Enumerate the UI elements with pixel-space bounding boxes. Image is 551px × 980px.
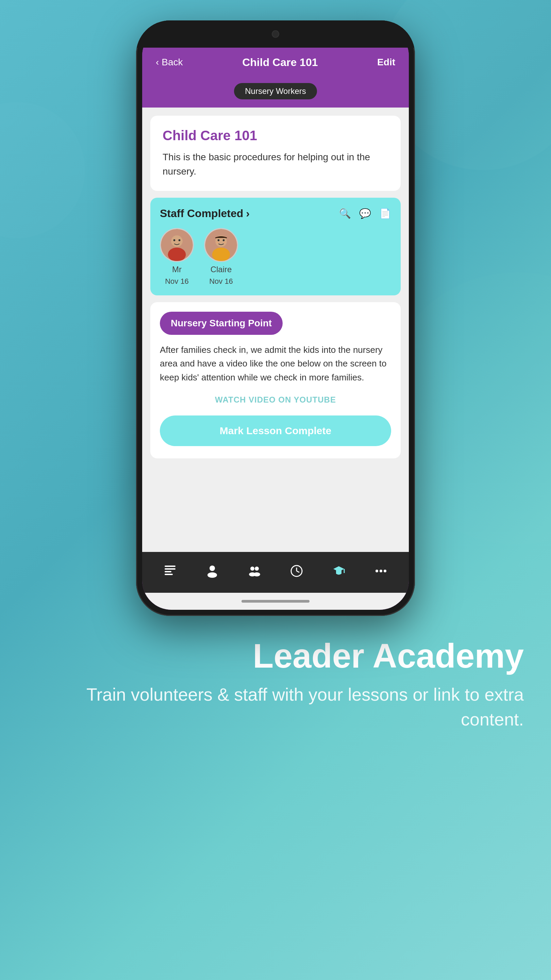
home-indicator xyxy=(142,593,409,610)
svg-point-4 xyxy=(179,239,181,241)
back-label: Back xyxy=(162,57,183,68)
svg-point-28 xyxy=(380,570,382,572)
staff-claire-name: Claire xyxy=(211,265,232,274)
phone-notch xyxy=(136,21,415,48)
staff-chevron-icon: › xyxy=(246,207,250,220)
clock-icon xyxy=(290,564,303,581)
svg-point-21 xyxy=(253,572,260,576)
leader-academy-title: Leader Academy xyxy=(27,636,524,675)
mark-lesson-complete-button[interactable]: Mark Lesson Complete xyxy=(160,415,391,446)
svg-point-29 xyxy=(384,570,386,572)
svg-point-7 xyxy=(212,248,230,262)
nav-item-person[interactable] xyxy=(198,561,226,584)
staff-member-mr: Mr Nov 16 xyxy=(160,228,194,286)
svg-point-2 xyxy=(168,248,186,262)
staff-member-claire: Claire Nov 16 xyxy=(204,228,238,286)
svg-point-18 xyxy=(250,566,254,571)
back-chevron-icon: ‹ xyxy=(156,57,159,68)
back-button[interactable]: ‹ Back xyxy=(156,57,183,68)
search-icon[interactable]: 🔍 xyxy=(339,208,351,219)
nav-item-people[interactable] xyxy=(241,561,268,584)
svg-line-24 xyxy=(297,571,299,572)
staff-avatars: Mr Nov 16 xyxy=(160,228,391,286)
avatar-mr xyxy=(160,228,194,262)
staff-completed-label: Staff Completed xyxy=(160,207,243,220)
staff-claire-date: Nov 16 xyxy=(209,277,233,286)
nursery-workers-tag: Nursery Workers xyxy=(234,83,317,99)
nav-item-more[interactable] xyxy=(367,561,395,584)
staff-action-icons: 🔍 💬 📄 xyxy=(339,208,391,219)
bottom-section: Leader Academy Train volunteers & staff … xyxy=(0,616,551,752)
staff-completed-card[interactable]: Staff Completed › 🔍 💬 📄 xyxy=(150,198,401,295)
camera-dot xyxy=(272,30,279,38)
phone-outer-shell: 8:22 ▾▴ ▌▌ ▮ ‹ Back Child Care 101 Edit xyxy=(136,21,415,616)
svg-point-20 xyxy=(255,566,259,571)
youtube-link[interactable]: WATCH VIDEO ON YOUTUBE xyxy=(160,395,391,404)
person-icon xyxy=(205,564,219,581)
lesson-tag: Nursery Starting Point xyxy=(160,312,283,335)
svg-point-8 xyxy=(218,239,220,241)
more-icon xyxy=(374,564,388,581)
comment-icon[interactable]: 💬 xyxy=(359,208,371,219)
leader-academy-subtitle: Train volunteers & staff with your lesso… xyxy=(27,682,524,732)
people-icon xyxy=(248,564,261,581)
phone-device: 8:22 ▾▴ ▌▌ ▮ ‹ Back Child Care 101 Edit xyxy=(136,21,415,616)
info-card: Child Care 101 This is the basic procedu… xyxy=(150,116,401,191)
bottom-navigation xyxy=(142,552,409,593)
nav-item-news[interactable] xyxy=(156,561,184,584)
svg-rect-13 xyxy=(165,568,176,570)
home-bar xyxy=(241,600,310,603)
staff-title[interactable]: Staff Completed › xyxy=(160,207,250,220)
svg-point-16 xyxy=(210,566,215,571)
document-icon[interactable]: 📄 xyxy=(379,208,391,219)
staff-header: Staff Completed › 🔍 💬 📄 xyxy=(160,207,391,220)
tag-row: Nursery Workers xyxy=(142,78,409,108)
lesson-body: After families check in, we admit the ki… xyxy=(160,343,391,384)
lesson-card: Nursery Starting Point After families ch… xyxy=(150,302,401,458)
info-card-title: Child Care 101 xyxy=(163,128,388,143)
top-navigation: ‹ Back Child Care 101 Edit xyxy=(142,47,409,78)
svg-rect-15 xyxy=(165,574,173,575)
svg-point-11 xyxy=(224,242,226,243)
info-card-body: This is the basic procedures for helping… xyxy=(163,150,388,179)
svg-rect-12 xyxy=(165,566,176,567)
nav-item-clock[interactable] xyxy=(283,561,310,584)
staff-mr-date: Nov 16 xyxy=(165,277,189,286)
news-icon xyxy=(163,564,177,581)
nav-title: Child Care 101 xyxy=(242,56,318,69)
svg-point-17 xyxy=(208,572,217,578)
avatar-claire xyxy=(204,228,238,262)
svg-point-3 xyxy=(173,239,176,241)
phone-screen: 8:22 ▾▴ ▌▌ ▮ ‹ Back Child Care 101 Edit xyxy=(142,27,409,610)
svg-point-9 xyxy=(223,239,225,241)
svg-point-10 xyxy=(216,242,218,243)
staff-mr-name: Mr xyxy=(172,265,182,274)
scrollable-content[interactable]: Child Care 101 This is the basic procedu… xyxy=(142,108,409,552)
svg-point-27 xyxy=(375,570,378,572)
graduate-icon xyxy=(332,564,346,581)
svg-rect-14 xyxy=(165,571,171,572)
nav-item-graduate[interactable] xyxy=(325,561,353,584)
edit-button[interactable]: Edit xyxy=(377,57,395,68)
svg-point-1 xyxy=(171,235,183,247)
